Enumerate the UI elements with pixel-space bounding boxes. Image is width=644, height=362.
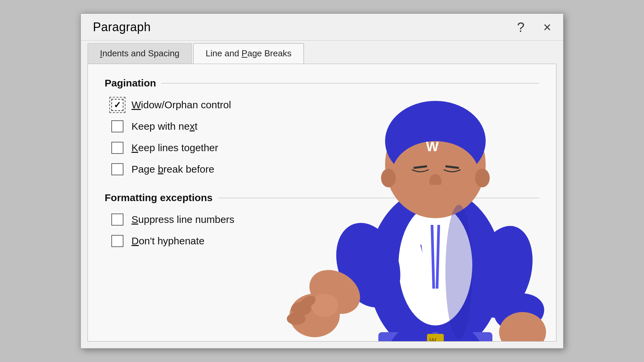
label-widow-orphan: Widow/Orphan control: [131, 99, 231, 111]
dialog-title: Paragraph: [93, 20, 151, 34]
svg-point-7: [287, 313, 306, 325]
svg-point-4: [302, 261, 368, 323]
close-button[interactable]: ×: [541, 20, 554, 34]
svg-rect-26: [427, 334, 444, 342]
formatting-checkboxes: Suppress line numbers Don't hyphenate: [111, 214, 539, 247]
checkbox-widow-orphan[interactable]: [111, 99, 123, 111]
label-page-break: Page break before: [131, 164, 214, 175]
svg-point-19: [429, 174, 441, 189]
tab-linebreaks-label: Line and Page Breaks: [206, 48, 291, 58]
pagination-checkboxes: Widow/Orphan control Keep with next Keep…: [111, 99, 539, 175]
pagination-section-header: Pagination: [105, 77, 539, 89]
pagination-title: Pagination: [105, 77, 156, 89]
paragraph-dialog: Paragraph ? × Indents and Spacing Line a…: [80, 13, 564, 349]
svg-point-30: [298, 294, 318, 311]
checkbox-page-break[interactable]: [111, 163, 123, 175]
help-button[interactable]: ?: [514, 20, 527, 34]
svg-point-9: [491, 290, 547, 335]
label-keep-lines: Keep lines together: [131, 142, 218, 154]
content-area: Pagination Widow/Orphan control Keep wit…: [88, 64, 556, 342]
checkbox-item-suppress: Suppress line numbers: [111, 214, 539, 226]
tab-indents[interactable]: Indents and Spacing: [88, 43, 192, 64]
svg-point-5: [289, 294, 340, 337]
label-keep-with-next: Keep with next: [131, 121, 198, 132]
checkbox-item-keep-lines: Keep lines together: [111, 142, 539, 154]
formatting-title: Formatting exceptions: [105, 192, 213, 203]
label-dont-hyphenate: Don't hyphenate: [131, 235, 205, 247]
svg-point-10: [385, 325, 445, 342]
tab-linebreaks[interactable]: Line and Page Breaks: [193, 43, 304, 64]
svg-point-25: [311, 294, 338, 317]
checkbox-item-widow-orphan: Widow/Orphan control: [111, 99, 539, 111]
title-bar: Paragraph ? ×: [81, 14, 563, 41]
checkbox-item-hyphenate: Don't hyphenate: [111, 235, 539, 247]
pagination-divider: [161, 83, 539, 83]
tabs-row: Indents and Spacing Line and Page Breaks: [81, 43, 563, 64]
checkbox-keep-with-next[interactable]: [111, 120, 123, 132]
label-suppress-line: Suppress line numbers: [131, 214, 234, 225]
tab-indents-label: Indents and Spacing: [100, 48, 179, 58]
title-icons: ? ×: [514, 20, 554, 34]
checkbox-keep-lines[interactable]: [111, 142, 123, 154]
formatting-divider: [218, 198, 539, 198]
svg-point-0: [368, 188, 502, 342]
svg-point-6: [291, 302, 311, 315]
svg-rect-2: [378, 332, 492, 342]
checkbox-suppress-line[interactable]: [111, 214, 123, 226]
formatting-section-header: Formatting exceptions: [105, 192, 539, 203]
svg-text:W: W: [429, 337, 436, 342]
checkbox-dont-hyphenate[interactable]: [111, 235, 123, 247]
checkbox-item-keep-with-next: Keep with next: [111, 120, 539, 132]
svg-point-11: [425, 325, 486, 342]
svg-point-29: [499, 312, 546, 342]
checkbox-item-page-break: Page break before: [111, 163, 539, 175]
